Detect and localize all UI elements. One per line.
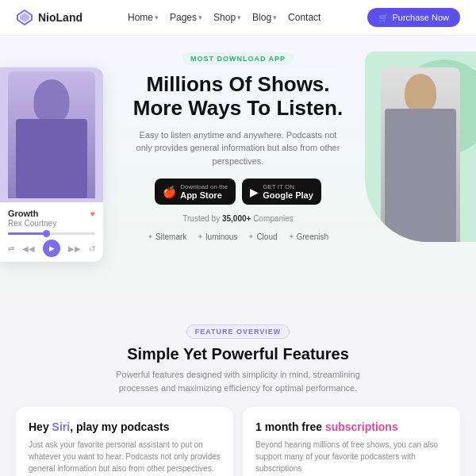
track-title: Growth xyxy=(8,209,39,218)
appstore-name: App Store xyxy=(180,190,228,200)
card-info: Growth ♥ Rex Courtney ⇄ ◀◀ ▶ ▶▶ ↺ xyxy=(0,202,103,262)
svg-marker-1 xyxy=(20,13,29,22)
siri-highlight: Siri xyxy=(52,420,71,433)
hero-title: Millions Of Shows. More Ways To Listen. xyxy=(119,73,357,121)
person1-silhouette xyxy=(8,71,95,198)
googleplay-name: Google Play xyxy=(263,190,313,200)
features-subtitle: Powerful features designed with simplici… xyxy=(111,368,365,394)
brand-greenish: Greenish xyxy=(289,232,329,241)
hero-center: MOST DOWNLOAD APP Millions Of Shows. Mor… xyxy=(119,36,357,241)
person2-silhouette xyxy=(381,67,460,242)
track-artist: Rex Courtney xyxy=(8,219,95,228)
feature-card-siri: Hey Siri, play my podcasts Just ask your… xyxy=(16,407,233,476)
feature-card-subscriptions: 1 month free subscriptions Beyond hearin… xyxy=(243,407,460,476)
siri-card-title: Hey Siri, play my podcasts xyxy=(29,420,221,434)
purchase-button[interactable]: Purchase Now xyxy=(367,8,460,27)
logo-icon xyxy=(16,9,33,26)
repeat-icon[interactable]: ↺ xyxy=(89,244,95,253)
sub-title-plain: 1 month free xyxy=(255,420,325,433)
apple-icon: 🍎 xyxy=(163,186,176,198)
trusted-text: Trusted by 35,000+ Companies xyxy=(119,214,357,223)
hero-right-image xyxy=(365,52,476,242)
siri-title-rest: , play my podcasts xyxy=(70,420,169,433)
player-card: Growth ♥ Rex Courtney ⇄ ◀◀ ▶ ▶▶ ↺ xyxy=(0,67,103,262)
google-play-icon: ▶ xyxy=(250,186,259,198)
appstore-label: Download on the xyxy=(180,183,228,190)
sub-card-body: Beyond hearing millions of free shows, y… xyxy=(255,439,447,474)
next-icon[interactable]: ▶▶ xyxy=(68,244,81,253)
player-card-image xyxy=(0,67,103,202)
nav-contact[interactable]: Contact xyxy=(288,12,322,23)
nav-shop[interactable]: Shop xyxy=(213,12,241,23)
brand-logos: Sitemark luminous Cloud Greenish xyxy=(119,232,357,241)
feature-cards: Hey Siri, play my podcasts Just ask your… xyxy=(16,407,460,476)
progress-fill xyxy=(8,232,48,235)
siri-title-plain: Hey xyxy=(29,420,52,433)
nav-home[interactable]: Home xyxy=(128,12,159,23)
store-buttons: 🍎 Download on the App Store ▶ GET IT ON … xyxy=(119,178,357,205)
googleplay-button[interactable]: ▶ GET IT ON Google Play xyxy=(242,178,321,205)
nav-pages[interactable]: Pages xyxy=(170,12,202,23)
navbar: NioLand Home Pages Shop Blog Contact Pur… xyxy=(0,0,476,36)
logo[interactable]: NioLand xyxy=(16,9,83,26)
shuffle-icon[interactable]: ⇄ xyxy=(8,244,14,253)
play-button[interactable]: ▶ xyxy=(43,240,60,257)
progress-bar xyxy=(8,232,95,235)
brand-luminous: luminous xyxy=(198,232,237,241)
nav-links: Home Pages Shop Blog Contact xyxy=(128,12,322,23)
appstore-button[interactable]: 🍎 Download on the App Store xyxy=(155,178,236,205)
sub-highlight: subscriptions xyxy=(325,420,398,433)
logo-text: NioLand xyxy=(38,11,83,24)
hero-section: Growth ♥ Rex Courtney ⇄ ◀◀ ▶ ▶▶ ↺ MOST D… xyxy=(0,36,476,305)
features-section: FEATURE OVERVIEW Simple Yet Powerful Fea… xyxy=(0,305,476,476)
prev-icon[interactable]: ◀◀ xyxy=(22,244,35,253)
features-title: Simple Yet Powerful Features xyxy=(16,345,460,363)
trusted-count: 35,000+ xyxy=(222,214,251,223)
like-icon[interactable]: ♥ xyxy=(90,209,95,218)
sub-card-title: 1 month free subscriptions xyxy=(255,420,447,434)
features-badge: FEATURE OVERVIEW xyxy=(186,324,290,339)
brand-cloud: Cloud xyxy=(248,232,277,241)
googleplay-label: GET IT ON xyxy=(263,183,313,190)
player-controls: ⇄ ◀◀ ▶ ▶▶ ↺ xyxy=(8,240,95,257)
hero-subtitle: Easy to listen anytime and anywhere. Pod… xyxy=(135,129,341,168)
siri-card-body: Just ask your favorite personal assistan… xyxy=(29,439,221,474)
nav-blog[interactable]: Blog xyxy=(252,12,277,23)
hero-badge: MOST DOWNLOAD APP xyxy=(182,52,294,65)
brand-sitemark: Sitemark xyxy=(148,232,186,241)
